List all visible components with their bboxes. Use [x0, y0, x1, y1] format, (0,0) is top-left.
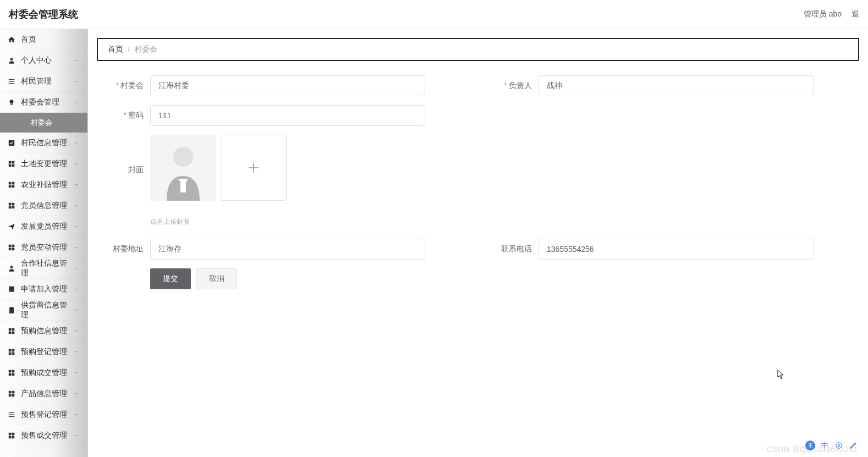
sidebar-item-label: 预购信息管理 [21, 326, 73, 336]
sidebar-item-label: 预售登记管理 [21, 410, 73, 420]
sidebar-item-label: 村民管理 [21, 76, 73, 86]
svg-rect-24 [9, 287, 14, 291]
svg-rect-45 [9, 414, 15, 415]
sidebar-item-label: 预购成交管理 [21, 368, 73, 378]
svg-point-56 [836, 443, 842, 449]
sidebar-item-18[interactable]: 预售成交管理 [0, 425, 87, 446]
ime-settings-icon[interactable] [834, 441, 844, 450]
sidebar-item-0[interactable]: 首页 [0, 29, 87, 50]
sidebar-item-9[interactable]: 党员变动管理 [0, 237, 87, 258]
sidebar-item-3[interactable]: 村委会管理 [0, 92, 87, 113]
svg-point-23 [10, 266, 13, 268]
sidebar-subitem-active[interactable]: 村委会 [0, 113, 87, 133]
chevron-down-icon [73, 411, 80, 418]
sidebar-item-13[interactable]: 预购信息管理 [0, 321, 87, 342]
chevron-down-icon [73, 140, 80, 146]
cover-label: 封面 [109, 135, 150, 201]
svg-rect-47 [9, 432, 12, 435]
grid-icon [8, 160, 15, 168]
svg-rect-26 [9, 307, 14, 313]
svg-rect-10 [12, 164, 15, 167]
grid-icon [8, 348, 15, 356]
plane-icon [8, 223, 15, 230]
sidebar-item-6[interactable]: 农业补贴管理 [0, 174, 87, 195]
phone-input[interactable] [539, 239, 814, 260]
svg-rect-32 [9, 349, 12, 351]
sidebar-item-17[interactable]: 预售登记管理 [0, 404, 87, 425]
app-title: 村委会管理系统 [9, 8, 78, 21]
chevron-down-icon [73, 265, 80, 272]
sidebar-item-label: 预购登记管理 [21, 347, 73, 357]
svg-rect-40 [9, 390, 12, 393]
svg-rect-18 [12, 206, 15, 208]
svg-rect-9 [9, 164, 12, 167]
svg-rect-12 [12, 181, 15, 184]
svg-rect-16 [12, 202, 15, 205]
owner-input[interactable] [539, 75, 814, 96]
address-label: 村委地址 [109, 244, 150, 254]
sidebar-item-label: 村委会管理 [21, 97, 73, 107]
breadcrumb-home[interactable]: 首页 [108, 45, 123, 54]
sidebar-item-label: 村民信息管理 [21, 138, 73, 148]
sidebar-item-16[interactable]: 产品信息管理 [0, 383, 87, 404]
committee-label: *村委会 [109, 81, 150, 91]
svg-rect-29 [12, 328, 15, 331]
chevron-down-icon [73, 57, 80, 64]
sidebar-item-11[interactable]: 申请加入管理 [0, 279, 87, 300]
chevron-down-icon [73, 328, 80, 334]
chevron-down-icon [73, 244, 80, 251]
svg-rect-14 [12, 185, 15, 188]
sidebar-item-label: 首页 [21, 35, 80, 45]
grid-icon [8, 327, 15, 335]
user-info[interactable]: 管理员 abo [804, 9, 842, 19]
sidebar-item-12[interactable]: 供货商信息管理 [0, 300, 87, 321]
address-input[interactable] [150, 239, 425, 260]
ime-lang-icon[interactable]: 中 [820, 441, 829, 450]
cancel-button[interactable]: 取消 [196, 268, 237, 289]
sidebar-item-2[interactable]: 村民管理 [0, 71, 87, 92]
svg-rect-42 [9, 394, 12, 397]
cover-thumbnail[interactable] [150, 135, 216, 201]
svg-rect-30 [9, 331, 12, 334]
svg-rect-13 [9, 185, 12, 188]
sidebar-item-label: 党员信息管理 [21, 201, 73, 211]
chevron-down-icon [73, 181, 80, 188]
ime-indicator: 王 中 [805, 441, 858, 450]
sidebar-item-5[interactable]: 土地变更管理 [0, 153, 87, 174]
sidebar-item-10[interactable]: 合作社信息管理 [0, 258, 87, 279]
user-icon [8, 57, 15, 64]
ime-badge-icon[interactable]: 王 [805, 441, 815, 450]
sidebar-item-label: 供货商信息管理 [21, 300, 73, 320]
ime-edit-icon[interactable] [848, 441, 858, 450]
sidebar-item-label: 合作社信息管理 [21, 258, 73, 278]
svg-rect-50 [12, 436, 15, 438]
committee-input[interactable] [150, 75, 425, 96]
upload-hint: 点击上传封面 [150, 205, 190, 227]
user-icon [8, 265, 15, 272]
svg-rect-19 [9, 244, 12, 247]
password-input[interactable] [150, 105, 425, 126]
sidebar-item-14[interactable]: 预购登记管理 [0, 342, 87, 362]
grid-icon [8, 432, 15, 439]
logout-link[interactable]: 退 [851, 9, 859, 19]
svg-point-51 [173, 147, 193, 167]
sidebar-item-1[interactable]: 个人中心 [0, 50, 87, 71]
sidebar-item-label: 土地变更管理 [21, 159, 73, 169]
password-label: *密码 [109, 111, 150, 120]
submit-button[interactable]: 提交 [150, 268, 191, 289]
sidebar-item-15[interactable]: 预购成交管理 [0, 362, 87, 383]
sidebar-item-label: 农业补贴管理 [21, 180, 73, 190]
sidebar-item-label: 预售成交管理 [21, 431, 73, 441]
sidebar-item-7[interactable]: 党员信息管理 [0, 195, 87, 216]
chevron-down-icon [73, 223, 80, 230]
sidebar-item-8[interactable]: 发展党员管理 [0, 216, 87, 237]
sidebar-item-4[interactable]: 村民信息管理 [0, 133, 87, 153]
upload-cover-button[interactable] [221, 135, 287, 201]
svg-rect-36 [9, 370, 12, 372]
svg-rect-41 [12, 390, 15, 393]
chevron-down-icon [73, 349, 80, 355]
plus-icon [246, 161, 261, 175]
owner-label: *负责人 [497, 81, 539, 91]
svg-rect-35 [12, 352, 15, 355]
phone-label: 联系电话 [497, 244, 539, 254]
